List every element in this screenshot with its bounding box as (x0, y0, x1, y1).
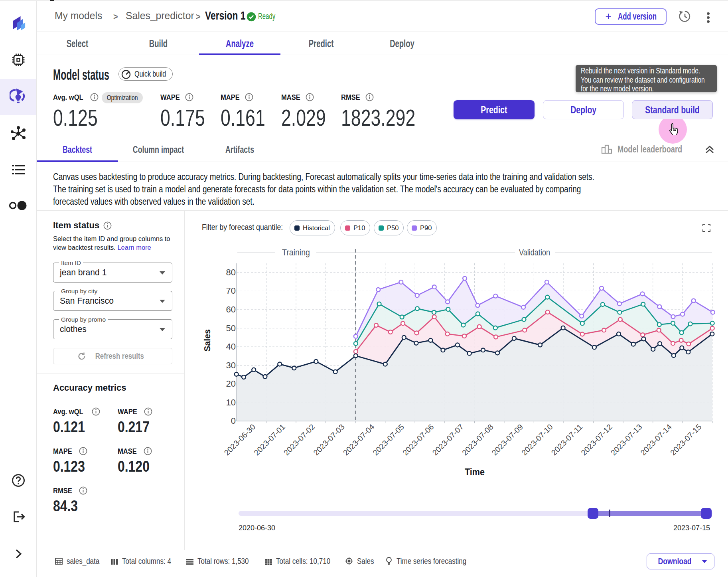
svg-text:Validation: Validation (519, 247, 550, 257)
svg-text:10: 10 (226, 397, 236, 407)
svg-text:0: 0 (231, 416, 236, 426)
svg-text:Sales: Sales (202, 329, 212, 352)
svg-text:2023-07-09: 2023-07-09 (490, 422, 525, 457)
svg-text:2023-07-13: 2023-07-13 (609, 422, 644, 457)
svg-text:2023-07-06: 2023-07-06 (401, 422, 436, 457)
svg-text:80: 80 (226, 267, 236, 277)
svg-text:2023-06-30: 2023-06-30 (222, 422, 257, 457)
svg-text:30: 30 (226, 360, 236, 370)
svg-text:20: 20 (226, 379, 236, 389)
svg-text:2023-07-07: 2023-07-07 (430, 422, 465, 457)
svg-text:70: 70 (226, 286, 236, 296)
svg-text:2023-07-12: 2023-07-12 (579, 422, 614, 457)
svg-text:50: 50 (226, 323, 236, 333)
svg-text:2023-07-11: 2023-07-11 (549, 422, 584, 457)
svg-text:Time: Time (465, 467, 485, 477)
svg-text:40: 40 (226, 342, 236, 352)
svg-text:2023-07-05: 2023-07-05 (371, 422, 406, 457)
svg-text:2023-07-14: 2023-07-14 (639, 422, 673, 457)
svg-text:2023-07-15: 2023-07-15 (669, 422, 703, 457)
svg-text:2023-07-02: 2023-07-02 (282, 422, 316, 457)
svg-text:Training: Training (282, 247, 310, 257)
svg-text:2023-07-10: 2023-07-10 (520, 422, 554, 457)
svg-text:60: 60 (226, 304, 236, 314)
svg-text:2023-07-01: 2023-07-01 (252, 422, 287, 457)
svg-text:2023-07-04: 2023-07-04 (341, 422, 376, 457)
svg-text:2023-07-03: 2023-07-03 (312, 422, 346, 457)
svg-text:2023-07-08: 2023-07-08 (460, 422, 495, 457)
